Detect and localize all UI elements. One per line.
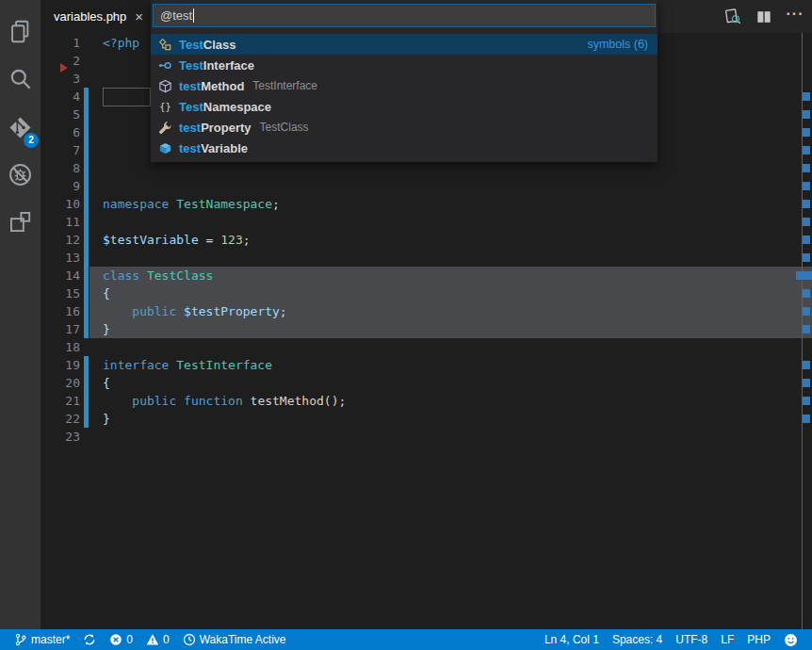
sidebar-item-search[interactable] [0,58,41,102]
status-0[interactable]: 0 [139,629,176,650]
interface-icon [157,57,173,73]
status-bar: master*00WakaTime Active Ln 4, Col 1Spac… [0,629,812,650]
git-modified-gutter [84,356,89,428]
status-label: 0 [126,633,133,646]
line-number: 7 [41,141,80,159]
code-text[interactable]: $testVariable = 123; [103,231,251,249]
line-number: 20 [41,374,80,392]
line-number: 1 [41,34,80,52]
status-sync-icon[interactable] [76,629,103,650]
code-text[interactable]: { [103,374,110,392]
line-number: 19 [41,356,80,374]
overview-ruler-mark [803,397,810,405]
code-line: 20{ [0,374,812,392]
overview-ruler-mark [803,325,810,333]
overview-ruler-mark [803,236,810,244]
status-smiley-icon[interactable] [777,629,804,650]
symbol-label: TestNamespace [179,100,271,114]
status-0[interactable]: 0 [103,629,139,650]
status-spaces-4[interactable]: Spaces: 4 [606,629,669,650]
quick-open-item-testclass[interactable]: TestClasssymbols (6) [151,34,658,55]
close-icon[interactable]: × [135,9,143,24]
symbol-label: testMethod [179,79,244,93]
tab-variables-php[interactable]: variables.php × [41,0,155,33]
overview-ruler-mark [803,200,810,208]
code-line: 10namespace TestNamespace; [0,195,812,213]
tab-label: variables.php [54,9,126,24]
sidebar-item-source-control[interactable]: 2 [0,107,41,151]
files-icon [8,19,33,48]
symbol-container-detail: TestClass [260,121,309,134]
property-icon [157,120,173,135]
status-master[interactable]: master* [8,629,76,650]
extensions-icon [8,209,33,238]
line-number: 17 [41,320,80,338]
line-number: 22 [41,410,80,428]
sidebar-item-debug[interactable] [0,154,41,198]
quick-open-item-testvariable[interactable]: testVariable [151,138,658,158]
code-text[interactable]: public function testMethod(); [103,392,346,410]
error-marker-icon [60,63,68,73]
code-line: 16 public $testProperty; [0,302,812,320]
code-text[interactable]: <?php [103,34,139,52]
open-preview-icon[interactable] [722,6,744,28]
code-line: 23 [0,428,812,446]
quick-open-input[interactable]: @test [153,4,656,27]
quick-open-item-testproperty[interactable]: testPropertyTestClass [151,117,658,138]
overview-ruler-mark [803,218,810,226]
code-line: 13 [0,249,812,267]
status-label: master* [31,633,70,646]
status-php[interactable]: PHP [740,629,777,650]
quick-open-query: @test [160,8,192,23]
more-actions-icon[interactable]: ··· [784,3,806,31]
line-number: 8 [41,159,80,177]
code-line: 22} [0,410,812,428]
symbol-label: TestInterface [179,58,254,73]
code-text[interactable]: namespace TestNamespace; [103,195,280,213]
class-icon [157,37,173,52]
code-text[interactable]: interface TestInterface [103,356,272,374]
code-text[interactable]: } [103,410,110,428]
code-text[interactable]: } [103,320,110,338]
sidebar-item-explorer[interactable] [0,11,41,55]
namespace-icon: {} [157,99,173,114]
method-icon [157,78,173,93]
code-text[interactable]: { [103,284,110,302]
quick-open-result-list: TestClasssymbols (6)TestInterfacetestMet… [151,34,658,158]
activity-bar: 2 [0,0,41,629]
overview-ruler-mark [803,361,810,369]
svg-text:{}: {} [159,101,171,112]
code-line: 11 [0,213,812,231]
status-bar-left: master*00WakaTime Active [0,629,293,650]
quick-open-item-testnamespace[interactable]: {}TestNamespace [151,96,658,117]
sync-icon [83,633,96,646]
status-ln-4-col-1[interactable]: Ln 4, Col 1 [538,629,606,650]
clock-icon [183,633,196,646]
quick-open-item-testinterface[interactable]: TestInterface [151,55,658,75]
code-line: 9 [0,177,812,195]
code-line: 21 public function testMethod(); [0,392,812,410]
code-line: 18 [0,338,812,356]
overview-ruler-mark [803,146,810,154]
status-label: UTF-8 [675,633,707,646]
overview-ruler-mark [803,307,810,316]
split-editor-icon[interactable] [753,6,775,28]
code-text[interactable]: class TestClass [103,267,213,284]
status-utf-8[interactable]: UTF-8 [669,629,714,650]
overview-ruler-mark [803,414,810,423]
line-number: 11 [41,213,80,231]
sidebar-item-extensions[interactable] [0,202,41,245]
code-text[interactable]: public $testProperty; [103,302,287,320]
variable-icon [157,140,173,155]
search-icon [8,66,33,95]
status-wakatime-active[interactable]: WakaTime Active [176,629,293,650]
text-caret [193,8,194,23]
overview-ruler-mark [803,110,810,119]
line-number: 18 [41,338,80,356]
quick-open-item-testmethod[interactable]: testMethodTestInterface [151,75,658,96]
line-number: 5 [41,106,80,123]
overview-ruler-mark [803,253,810,262]
status-lf[interactable]: LF [714,629,740,650]
overview-ruler-mark [803,289,810,298]
status-label: PHP [747,633,771,646]
